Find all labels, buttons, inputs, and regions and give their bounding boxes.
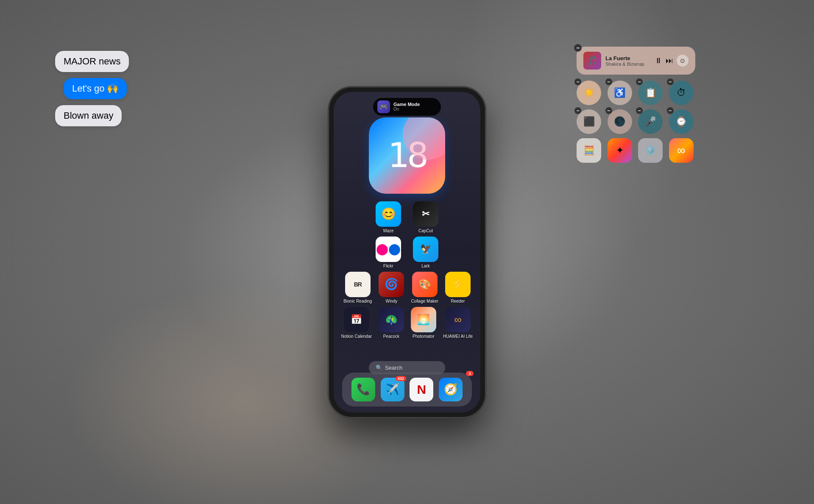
app-huawei[interactable]: ∞ HUAWEI AI Life [443, 307, 473, 339]
dock-phone[interactable]: 📞 3 [351, 378, 375, 401]
bionic-label: Bionic Reading [343, 299, 372, 304]
lark-label: Lark [421, 264, 429, 268]
dock-telegram[interactable]: ✈️ 432 [381, 378, 404, 401]
ios-version-text: 18 [388, 136, 426, 175]
app-lark[interactable]: 🦅 Lark [410, 237, 441, 268]
app-row-2: ⬤⬤ Flickr 🦅 Lark [344, 237, 470, 268]
dark-mode-button[interactable]: − 🌑 [608, 109, 632, 134]
peacock-icon: 🦚 [379, 307, 404, 332]
photomator-icon: 🌅 [411, 307, 436, 332]
accessibility-button[interactable]: − ♿ [608, 81, 632, 105]
phone-icon: 📞 [351, 378, 375, 401]
dock-safari[interactable]: 🧭 [439, 378, 463, 401]
cc-remove-8[interactable]: − [667, 107, 674, 114]
cc-remove-1[interactable]: − [574, 78, 581, 85]
phone-body: 🎮 Game Mode On 18 😊 Waze [329, 87, 485, 418]
now-playing-remove-btn[interactable]: − [574, 44, 582, 52]
app-flickr[interactable]: ⬤⬤ Flickr [373, 237, 404, 268]
app-peacock[interactable]: 🦚 Peacock [379, 307, 404, 339]
huawei-label: HUAWEI AI Life [443, 334, 473, 339]
message-bubble-1: MAJOR news [55, 51, 129, 72]
lark-icon: 🦅 [413, 237, 438, 262]
game-mode-status: On [393, 107, 420, 111]
reeder-label: Reeder [451, 299, 465, 304]
next-button[interactable]: ⏭ [666, 56, 673, 65]
ios18-hero: 18 [369, 117, 445, 194]
app-row-4: 📅 Notion Calendar 🦚 Peacock 🌅 Photomator… [344, 307, 470, 339]
app-reeder[interactable]: ⚡ Reeder [445, 272, 471, 304]
capcut-label: CapCut [418, 228, 433, 233]
telegram-badge: 432 [396, 376, 406, 381]
cc-row-1: − ☀️ − ♿ − 📋 − ⏱ [577, 81, 695, 105]
game-mode-title: Game Mode [393, 102, 420, 107]
bubble-wrap-3: Blown away [55, 105, 129, 126]
phone-mockup: 🎮 Game Mode On 18 😊 Waze [329, 87, 485, 418]
app-notion-calendar[interactable]: 📅 Notion Calendar [341, 307, 372, 339]
brightness-button[interactable]: − ☀️ [577, 81, 601, 105]
calculator-button[interactable]: 🧮 [577, 138, 601, 163]
bionic-icon: BR [345, 272, 371, 297]
app-waze[interactable]: 😊 Waze [373, 201, 404, 233]
telegram-icon: ✈️ [381, 378, 404, 401]
news-icon: N [410, 378, 433, 401]
capcut-icon: ✂ [413, 201, 438, 227]
dock-news[interactable]: N [410, 378, 433, 401]
flickr-icon: ⬤⬤ [376, 237, 401, 262]
game-mode-icon: 🎮 [377, 100, 390, 113]
app-grid: 😊 Waze ✂ CapCut ⬤⬤ Flickr [334, 201, 480, 342]
cc-remove-7[interactable]: − [636, 107, 643, 114]
app-row-1: 😊 Waze ✂ CapCut [344, 201, 470, 233]
phone-badge: 3 [466, 371, 474, 376]
app-capcut[interactable]: ✂ CapCut [410, 201, 441, 233]
app-bionic[interactable]: BR Bionic Reading [343, 272, 372, 304]
app-collage[interactable]: 🎨 Collage Maker [411, 272, 438, 304]
dock: 📞 3 ✈️ 432 N 🧭 [342, 373, 472, 407]
waze-label: Waze [383, 228, 393, 233]
collage-icon: 🎨 [412, 272, 438, 297]
control-center: − 🎵 La Fuerte Shakira & Bizarrap ⏸ ⏭ ⊙ −… [577, 47, 695, 163]
reeder-icon: ⚡ [445, 272, 471, 297]
notion-calendar-icon: 📅 [344, 307, 369, 332]
photomator-label: Photomator [413, 334, 435, 339]
settings-button[interactable]: ⚙️ [638, 138, 663, 163]
qr-scanner-button[interactable]: − ⬛ [577, 109, 601, 134]
bubble-wrap-1: MAJOR news [55, 51, 129, 72]
phone-screen: 🎮 Game Mode On 18 😊 Waze [334, 92, 480, 412]
track-title: La Fuerte [605, 55, 650, 61]
flickr-label: Flickr [383, 264, 393, 268]
notes-button[interactable]: − 📋 [638, 81, 663, 105]
windy-icon: 🌀 [379, 272, 404, 297]
cc-remove-6[interactable]: − [605, 107, 612, 114]
apple-watch-button[interactable]: − ⌚ [669, 109, 694, 134]
app-windy[interactable]: 🌀 Windy [379, 272, 404, 304]
voice-button[interactable]: − 🎤 [638, 109, 663, 134]
cc-remove-2[interactable]: − [605, 78, 612, 85]
cc-remove-5[interactable]: − [574, 107, 581, 114]
ai-button[interactable]: ∞ [669, 138, 694, 163]
game-mode-text: Game Mode On [393, 102, 420, 111]
app-row-3: BR Bionic Reading 🌀 Windy 🎨 Collage Make… [344, 272, 470, 304]
cc-remove-4[interactable]: − [667, 78, 674, 85]
notion-calendar-label: Notion Calendar [341, 334, 372, 339]
search-label: Search [385, 365, 402, 371]
timer-button[interactable]: − ⏱ [669, 81, 694, 105]
now-playing-info: La Fuerte Shakira & Bizarrap [605, 55, 650, 67]
code-button[interactable]: ✦ [608, 138, 632, 163]
now-playing-card[interactable]: − 🎵 La Fuerte Shakira & Bizarrap ⏸ ⏭ ⊙ [577, 47, 695, 75]
collage-label: Collage Maker [411, 299, 438, 304]
track-artist: Shakira & Bizarrap [605, 61, 650, 67]
bubble-wrap-2: Let's go 🙌 [55, 78, 129, 99]
waze-icon: 😊 [376, 201, 401, 227]
airplay-button[interactable]: ⊙ [677, 55, 689, 67]
peacock-label: Peacock [383, 334, 399, 339]
app-photomator[interactable]: 🌅 Photomator [411, 307, 436, 339]
pause-button[interactable]: ⏸ [655, 56, 662, 65]
imessage-conversation: MAJOR news Let's go 🙌 Blown away [55, 51, 129, 126]
album-art: 🎵 [583, 52, 601, 70]
cc-remove-3[interactable]: − [636, 78, 643, 85]
playback-controls[interactable]: ⏸ ⏭ ⊙ [655, 55, 689, 67]
search-icon: 🔍 [376, 365, 382, 371]
huawei-icon: ∞ [445, 307, 471, 332]
windy-label: Windy [385, 299, 397, 304]
cc-row-3: 🧮 ✦ ⚙️ ∞ [577, 138, 695, 163]
